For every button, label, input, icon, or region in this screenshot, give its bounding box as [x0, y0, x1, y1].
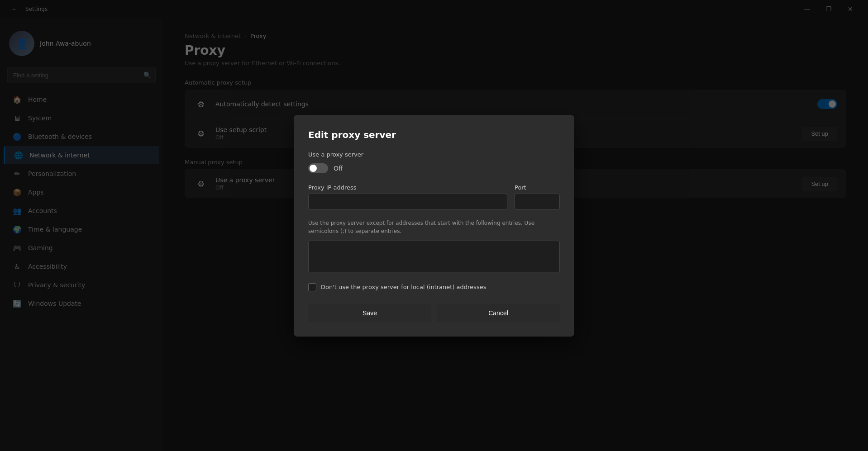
- proxy-ip-label: Proxy IP address: [308, 184, 507, 191]
- modal-footer: Save Cancel: [308, 304, 560, 322]
- modal-overlay[interactable]: Edit proxy server Use a proxy server Off…: [0, 0, 868, 451]
- local-checkbox-label: Don't use the proxy server for local (in…: [321, 284, 486, 290]
- local-checkbox-row: Don't use the proxy server for local (in…: [308, 283, 560, 291]
- proxy-use-toggle[interactable]: [308, 163, 328, 173]
- exceptions-hint: Use the proxy server except for addresse…: [308, 219, 560, 235]
- proxy-ip-input[interactable]: [308, 194, 507, 210]
- modal-toggle-row: Off: [308, 163, 560, 173]
- local-checkbox[interactable]: [308, 283, 316, 291]
- port-input[interactable]: [515, 194, 560, 210]
- modal-toggle-text: Off: [334, 165, 343, 172]
- save-button[interactable]: Save: [308, 304, 431, 322]
- proxy-ip-group: Proxy IP address: [308, 184, 507, 210]
- modal-toggle-label: Use a proxy server: [308, 151, 560, 158]
- modal-title: Edit proxy server: [308, 129, 560, 140]
- port-label: Port: [515, 184, 560, 191]
- cancel-button[interactable]: Cancel: [437, 304, 560, 322]
- ip-port-row: Proxy IP address Port: [308, 184, 560, 210]
- edit-proxy-modal: Edit proxy server Use a proxy server Off…: [294, 115, 574, 337]
- port-group: Port: [515, 184, 560, 210]
- exceptions-input[interactable]: [308, 241, 560, 272]
